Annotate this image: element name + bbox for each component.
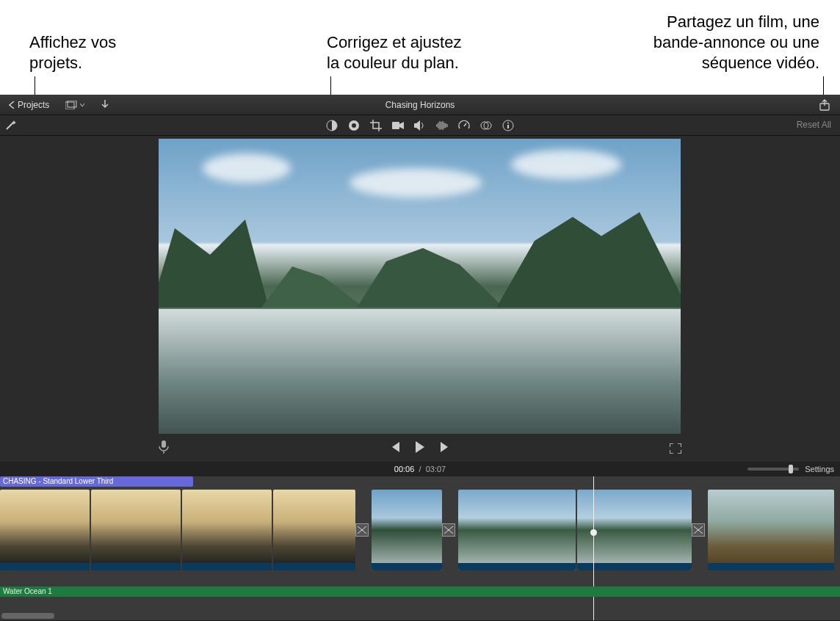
time-separator: / <box>416 465 425 473</box>
chevron-left-icon <box>9 101 15 109</box>
transition-icon <box>444 526 453 534</box>
audio-clip[interactable]: Water Ocean 1 <box>0 586 840 597</box>
timeline-zoom-slider[interactable] <box>747 468 799 471</box>
annotation-share: Partagez un film, une bande-annonce ou u… <box>580 12 819 73</box>
transition-icon <box>694 526 703 534</box>
color-correction-button[interactable] <box>347 119 361 132</box>
horizontal-scrollbar[interactable] <box>1 613 54 619</box>
info-icon <box>502 120 514 131</box>
video-camera-icon <box>392 120 404 131</box>
volume-icon <box>414 120 426 131</box>
timecode-display: 00:06 / 03:07 <box>394 465 446 473</box>
skip-back-icon <box>389 442 401 452</box>
fullscreen-icon <box>670 443 681 454</box>
video-clip[interactable] <box>372 490 442 570</box>
playhead-knob[interactable] <box>590 529 597 536</box>
transition-marker[interactable] <box>355 523 369 537</box>
title-clip[interactable]: CHASING - Standard Lower Third <box>0 476 193 487</box>
share-button[interactable] <box>817 98 833 112</box>
project-title: Chasing Horizons <box>0 100 840 110</box>
viewer-area <box>0 136 840 462</box>
svg-rect-1 <box>68 101 76 107</box>
timeline-settings-button[interactable]: Settings <box>805 465 834 473</box>
timeline[interactable]: CHASING - Standard Lower Third Water <box>0 476 840 620</box>
projects-back-button[interactable]: Projects <box>4 98 54 112</box>
video-clip[interactable] <box>708 490 834 570</box>
svg-point-5 <box>352 123 356 128</box>
share-icon <box>819 99 830 111</box>
video-clip[interactable] <box>91 490 181 570</box>
crop-button[interactable] <box>369 119 383 132</box>
annotation-projects: Affichez vos projets. <box>29 32 169 73</box>
svg-rect-6 <box>392 122 399 129</box>
import-button[interactable] <box>96 98 114 112</box>
fullscreen-button[interactable] <box>670 443 681 456</box>
filter-button[interactable] <box>479 119 493 132</box>
annotation-color: Corrigez et ajustez la couleur du plan. <box>327 32 510 73</box>
annotation-overlay: Affichez vos projets. Corrigez et ajuste… <box>0 0 840 95</box>
svg-rect-0 <box>65 102 74 109</box>
video-clip[interactable] <box>458 490 576 570</box>
svg-point-10 <box>507 122 509 123</box>
svg-rect-11 <box>507 125 509 128</box>
playback-bar <box>0 434 840 462</box>
total-time: 03:07 <box>426 465 446 473</box>
imovie-window: Projects Chasing Horizons <box>0 95 840 621</box>
overlap-circles-icon <box>480 120 492 131</box>
stabilization-button[interactable] <box>391 119 405 132</box>
color-balance-icon <box>326 120 338 131</box>
transition-icon <box>358 526 366 534</box>
info-button[interactable] <box>502 119 515 132</box>
play-button[interactable] <box>414 441 426 455</box>
magic-wand-icon <box>4 118 18 131</box>
transition-marker[interactable] <box>442 523 455 537</box>
video-clip[interactable] <box>273 490 355 570</box>
prev-frame-button[interactable] <box>389 442 401 454</box>
zoom-knob[interactable] <box>789 465 793 473</box>
crop-icon <box>370 120 382 131</box>
speed-button[interactable] <box>457 119 471 132</box>
timecode-row: 00:06 / 03:07 Settings <box>0 462 840 476</box>
enhance-wand-button[interactable] <box>4 118 18 134</box>
next-frame-button[interactable] <box>439 442 451 454</box>
equalizer-icon <box>436 120 448 131</box>
color-balance-button[interactable] <box>325 119 338 132</box>
playhead[interactable] <box>593 476 594 620</box>
video-clip[interactable] <box>182 490 272 570</box>
projects-label: Projects <box>18 100 49 110</box>
play-icon <box>414 441 426 453</box>
clips-track <box>0 490 840 570</box>
transition-marker[interactable] <box>692 523 705 537</box>
reset-all-button[interactable]: Reset All <box>797 120 831 130</box>
noise-eq-button[interactable] <box>435 119 449 132</box>
video-clip[interactable] <box>0 490 90 570</box>
color-wheel-icon <box>348 120 360 131</box>
title-toolbar: Projects Chasing Horizons <box>0 95 840 115</box>
speedometer-icon <box>458 120 470 131</box>
media-library-button[interactable] <box>61 98 89 112</box>
skip-forward-icon <box>439 442 451 452</box>
media-library-icon <box>65 101 77 109</box>
chevron-down-icon <box>80 103 84 107</box>
adjustment-toolbar: Reset All <box>0 115 840 136</box>
preview-canvas[interactable] <box>159 139 681 434</box>
volume-button[interactable] <box>413 119 427 132</box>
current-time: 00:06 <box>394 465 415 473</box>
import-down-arrow-icon <box>101 100 109 110</box>
